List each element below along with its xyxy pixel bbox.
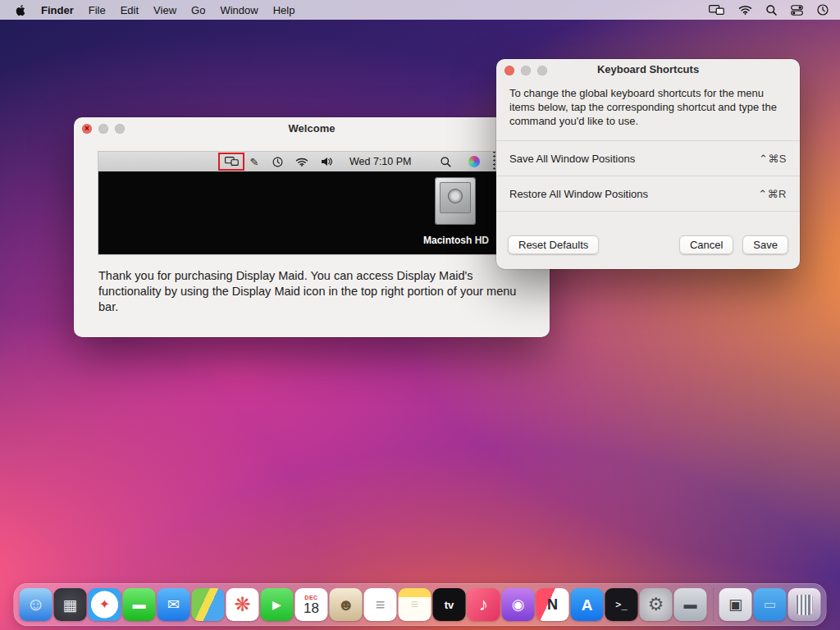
menu-item-window[interactable]: Window	[212, 4, 265, 16]
minimize-button[interactable]	[98, 124, 108, 134]
dock-mail-icon[interactable]: ✉	[158, 588, 190, 621]
screenshot-desktop: Macintosh HD	[98, 171, 525, 254]
dock-calendar-icon[interactable]: DEC18	[295, 588, 328, 621]
pencil-icon: ✎	[249, 152, 260, 171]
siri-icon	[468, 152, 480, 171]
minimize-button[interactable]	[521, 66, 531, 75]
keyboard-shortcuts-window: Keyboard Shortcuts To change the global …	[496, 59, 800, 269]
shortcuts-description: To change the global keyboard shortcuts …	[496, 80, 800, 140]
dock-notes-icon[interactable]: ≡	[399, 588, 431, 621]
history-clock-icon	[272, 152, 283, 171]
downloads-folder-glyph: ▭	[764, 598, 776, 611]
calendar-day: 18	[304, 601, 319, 615]
dock-terminal-icon[interactable]: >_	[605, 588, 638, 621]
music-glyph: ♪	[479, 596, 488, 614]
save-button[interactable]: Save	[742, 235, 788, 254]
menu-item-go[interactable]: Go	[184, 4, 212, 16]
system-preferences-glyph: ⚙	[648, 596, 664, 614]
dock-trash-icon[interactable]	[788, 588, 821, 621]
screenshot-clock-text: Wed 7:10 PM	[349, 152, 412, 171]
launchpad-glyph: ▦	[63, 597, 78, 613]
dock: ☺▦✦▬✉❋▶DEC18☻≡≡tv♪◉NA>_⚙▬▣▭	[14, 583, 827, 626]
tv-glyph: tv	[445, 600, 454, 610]
screenshot-menubar: ✎ Wed 7:10 PM	[98, 152, 525, 171]
divider	[496, 211, 800, 212]
mail-glyph: ✉	[167, 597, 180, 612]
traffic-lights	[504, 66, 547, 75]
macintosh-hd-icon	[435, 177, 476, 225]
dock-contacts-icon[interactable]: ☻	[330, 588, 363, 621]
dock-finder-icon[interactable]: ☺	[20, 588, 52, 621]
calendar-month: DEC	[304, 595, 317, 600]
facetime-glyph: ▶	[272, 599, 281, 610]
welcome-body-text: Thank you for purchasing Display Maid. Y…	[98, 268, 529, 315]
dock-photos-icon[interactable]: ❋	[226, 588, 259, 621]
shortcut-keys-restore[interactable]: ⌃⌘R	[758, 188, 787, 200]
welcome-titlebar[interactable]: × Welcome	[74, 117, 550, 140]
apple-menu[interactable]	[8, 4, 34, 16]
menu-items: FileEditViewGoWindowHelp	[81, 4, 303, 16]
cancel-button[interactable]: Cancel	[679, 235, 733, 254]
dock-appstore-icon[interactable]: A	[571, 588, 604, 621]
zoom-button[interactable]	[537, 66, 547, 75]
menu-item-edit[interactable]: Edit	[113, 4, 146, 16]
contacts-glyph: ☻	[337, 596, 354, 613]
dock-podcasts-icon[interactable]: ◉	[502, 588, 535, 621]
reset-defaults-button[interactable]: Reset Defaults	[508, 235, 599, 254]
dock-disk-utility-icon[interactable]: ▬	[674, 588, 707, 621]
shortcuts-titlebar[interactable]: Keyboard Shortcuts	[496, 59, 800, 80]
menu-bar: Finder FileEditViewGoWindowHelp	[0, 0, 840, 20]
dock-reminders-icon[interactable]: ≡	[364, 588, 397, 621]
photos-glyph: ❋	[234, 595, 250, 614]
close-button[interactable]: ×	[82, 124, 92, 134]
safari-glyph: ✦	[99, 598, 110, 611]
dock-display-maid-window-icon[interactable]: ▣	[719, 588, 752, 621]
menu-item-file[interactable]: File	[81, 4, 113, 16]
search-mini-icon	[440, 152, 451, 171]
messages-glyph: ▬	[133, 598, 146, 611]
news-glyph: N	[547, 597, 558, 612]
close-button[interactable]	[504, 66, 514, 75]
menu-item-help[interactable]: Help	[266, 4, 303, 16]
shortcut-keys-save[interactable]: ⌃⌘S	[759, 153, 787, 165]
terminal-glyph: >_	[615, 600, 627, 609]
menu-item-view[interactable]: View	[146, 4, 184, 16]
dock-news-icon[interactable]: N	[536, 588, 569, 621]
dock-launchpad-icon[interactable]: ▦	[54, 588, 87, 621]
siri-ball	[468, 156, 480, 167]
spotlight-icon[interactable]	[766, 5, 777, 16]
dock-separator	[713, 587, 714, 622]
wifi-icon[interactable]	[738, 5, 752, 15]
macintosh-hd-label: Macintosh HD	[415, 235, 497, 246]
dock-messages-icon[interactable]: ▬	[123, 588, 156, 621]
display-maid-mini-icon	[225, 157, 239, 167]
display-maid-menu-icon[interactable]	[709, 5, 724, 16]
welcome-window-title: Welcome	[74, 117, 550, 140]
wifi-mini-icon	[295, 152, 308, 171]
control-center-icon[interactable]	[791, 5, 803, 16]
dock-music-icon[interactable]: ♪	[468, 588, 500, 621]
display-maid-window-glyph: ▣	[728, 597, 742, 612]
welcome-window: × Welcome ✎ Wed 7:10 PM	[74, 117, 550, 337]
tutorial-screenshot: ✎ Wed 7:10 PM Macintosh HD	[98, 152, 525, 254]
app-menu-finder[interactable]: Finder	[34, 4, 81, 16]
shortcut-row-label: Restore All Window Positions	[509, 188, 648, 200]
dock-tv-icon[interactable]: tv	[433, 588, 466, 621]
clock-icon[interactable]	[817, 4, 829, 16]
dock-maps-icon[interactable]	[192, 588, 225, 621]
podcasts-glyph: ◉	[512, 597, 525, 612]
notes-glyph: ≡	[411, 598, 418, 611]
shortcut-row-restore-positions[interactable]: Restore All Window Positions ⌃⌘R	[496, 176, 800, 211]
shortcut-row-save-positions[interactable]: Save All Window Positions ⌃⌘S	[496, 141, 800, 176]
reminders-glyph: ≡	[376, 596, 386, 613]
dock-safari-icon[interactable]: ✦	[89, 588, 121, 621]
dock-system-preferences-icon[interactable]: ⚙	[640, 588, 673, 621]
finder-glyph: ☺	[26, 596, 44, 614]
volume-icon	[320, 152, 332, 171]
apple-icon	[16, 4, 26, 16]
menu-status-icons	[709, 4, 832, 16]
dock-downloads-folder-icon[interactable]: ▭	[754, 588, 787, 621]
dock-facetime-icon[interactable]: ▶	[261, 588, 294, 621]
display-maid-highlight-box	[218, 153, 244, 171]
zoom-button[interactable]	[115, 124, 125, 134]
